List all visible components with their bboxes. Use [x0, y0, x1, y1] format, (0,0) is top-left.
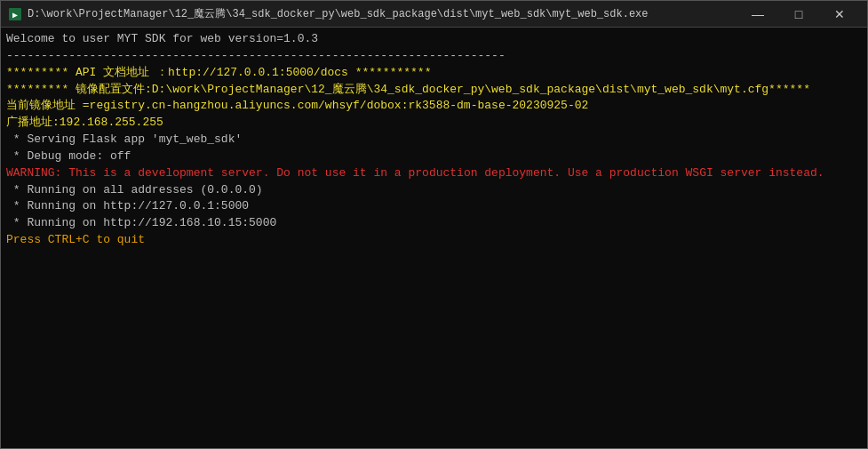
terminal-line: * Running on http://127.0.0.1:5000	[6, 198, 862, 215]
terminal-window: ▶ D:\work\ProjectManager\12_魔云腾\34_sdk_d…	[0, 0, 868, 449]
svg-text:▶: ▶	[12, 10, 18, 20]
title-bar-buttons: — □ ✕	[737, 1, 860, 28]
terminal-line: * Serving Flask app 'myt_web_sdk'	[6, 132, 862, 148]
terminal-line: Press CTRL+C to quit	[6, 232, 862, 249]
terminal-line: WARNING: This is a development server. D…	[6, 165, 862, 182]
terminal-line: ********* 镜像配置文件:D:\work\ProjectManager\…	[6, 82, 862, 99]
minimize-button[interactable]: —	[737, 1, 778, 28]
terminal-line: ********* API 文档地址 ：http://127.0.0.1:500…	[6, 65, 862, 82]
terminal-line: 广播地址:192.168.255.255	[6, 115, 862, 132]
close-button[interactable]: ✕	[819, 1, 860, 28]
terminal-body[interactable]: Welcome to user MYT SDK for web version=…	[1, 28, 867, 448]
window-icon: ▶	[8, 7, 22, 21]
maximize-button[interactable]: □	[778, 1, 819, 28]
terminal-line: * Debug mode: off	[6, 148, 862, 165]
terminal-line: Welcome to user MYT SDK for web version=…	[6, 31, 862, 48]
terminal-line: 当前镜像地址 =registry.cn-hangzhou.aliyuncs.co…	[6, 98, 862, 115]
title-bar-text: D:\work\ProjectManager\12_魔云腾\34_sdk_doc…	[28, 6, 737, 21]
title-bar: ▶ D:\work\ProjectManager\12_魔云腾\34_sdk_d…	[1, 1, 867, 28]
terminal-line: * Running on all addresses (0.0.0.0)	[6, 182, 862, 199]
terminal-line: * Running on http://192.168.10.15:5000	[6, 215, 862, 232]
terminal-line: ----------------------------------------…	[6, 48, 862, 65]
